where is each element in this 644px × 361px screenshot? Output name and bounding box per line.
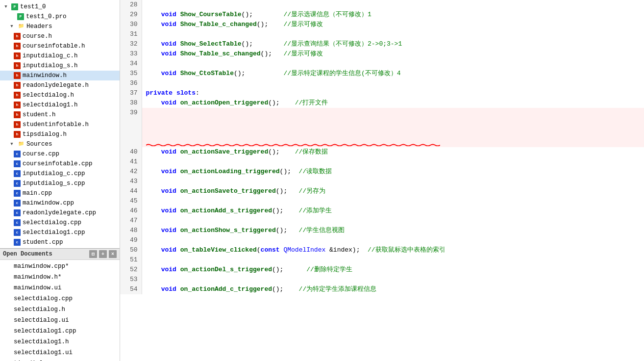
doc-item-selectdialog-h[interactable]: selectdialog.h — [0, 304, 120, 315]
line-number: 42 — [120, 167, 142, 177]
project-root[interactable]: P test1_0 — [0, 2, 120, 12]
line-number: 44 — [120, 186, 142, 196]
sources-arrow — [8, 140, 16, 148]
h-icon: h — [14, 121, 21, 128]
line-number: 54 — [120, 284, 142, 294]
project-icon: P — [11, 3, 18, 10]
open-docs-list: mainwindow.cpp* mainwindow.h* mainwindow… — [0, 260, 120, 361]
line-number: 34 — [120, 59, 142, 69]
open-docs-label: Open Documents — [3, 251, 52, 258]
sidebar: P test1_0 P test1_0.pro 📁 Headers h cour… — [0, 0, 120, 361]
sidebar-item-selectdialog1-h[interactable]: h selectdialog1.h — [0, 100, 120, 110]
sources-group[interactable]: 📁 Sources — [0, 139, 120, 149]
line-number: 49 — [120, 235, 142, 245]
sidebar-item-course-h[interactable]: h course.h — [0, 31, 120, 41]
file-name: tipsdialog.h — [23, 130, 67, 139]
line-content: void on_actionShow_s_triggered(); //学生信息… — [142, 226, 644, 235]
file-name: selectdialog1.h — [23, 101, 78, 109]
line-number: 47 — [120, 216, 142, 226]
line-number: 40 — [120, 147, 142, 157]
line-content — [142, 29, 644, 39]
sidebar-item-main-cpp[interactable]: c main.cpp — [0, 188, 120, 198]
code-line-37: 37 private slots: — [120, 88, 644, 98]
pro-file[interactable]: P test1_0.pro — [0, 12, 120, 22]
sidebar-item-mainwindow-cpp[interactable]: c mainwindow.cpp — [0, 198, 120, 208]
panel-add-icon[interactable]: + — [99, 250, 107, 258]
file-name: inputdialog_s.h — [23, 61, 78, 70]
file-name: course.cpp — [23, 150, 59, 158]
sidebar-item-selectdialog-cpp[interactable]: c selectdialog.cpp — [0, 218, 120, 228]
sidebar-item-studentinfotable-h[interactable]: h studentinfotable.h — [0, 120, 120, 129]
project-arrow — [2, 3, 10, 11]
sidebar-item-inputdialog-c-h[interactable]: h inputdialog_c.h — [0, 51, 120, 61]
line-number: 32 — [120, 39, 142, 49]
h-icon: h — [14, 131, 21, 138]
line-content — [142, 0, 644, 10]
code-line-49: 49 — [120, 235, 644, 245]
cpp-icon: c — [14, 229, 21, 236]
sidebar-item-tipsdialog-h[interactable]: h tipsdialog.h — [0, 129, 120, 139]
code-line-29: 29 void Show_CourseTable(); //显示选课信息（不可修… — [120, 10, 644, 20]
doc-item-selectdialog1-ui[interactable]: selectdialog1.ui — [0, 347, 120, 358]
line-content: void on_actionDel_s_triggered(); //删除特定学… — [142, 265, 644, 275]
sidebar-item-selectdialog1-cpp[interactable]: c selectdialog1.cpp — [0, 228, 120, 237]
line-number: 51 — [120, 255, 142, 265]
h-icon: h — [14, 82, 21, 89]
line-content — [142, 216, 644, 226]
h-icon: h — [14, 111, 21, 118]
file-tree: P test1_0 P test1_0.pro 📁 Headers h cour… — [0, 0, 120, 248]
doc-item-mainwindow-cpp[interactable]: mainwindow.cpp* — [0, 261, 120, 272]
code-line-38: 38 void on_actionOpen_triggered(); //打开文… — [120, 98, 644, 108]
code-line-54: 54 void on_actionAdd_c_triggered(); //为特… — [120, 284, 644, 294]
code-line-30: 30 void Show_Table_c_changed(); //显示可修改 — [120, 20, 644, 29]
cpp-icon: c — [14, 209, 21, 216]
cpp-icon: c — [14, 219, 21, 226]
file-name: inputdialog_c.h — [23, 52, 78, 60]
code-line-35: 35 void Show_CtoSTable(); //显示特定课程的学生信息(… — [120, 69, 644, 78]
doc-item-selectdialog1-cpp[interactable]: selectdialog1.cpp — [0, 326, 120, 336]
sidebar-item-student-cpp[interactable]: c student.cpp — [0, 237, 120, 247]
doc-item-selectdialog1-h[interactable]: selectdialog1.h — [0, 336, 120, 347]
sidebar-item-selectdialog-h[interactable]: h selectdialog.h — [0, 90, 120, 100]
code-line-36: 36 — [120, 78, 644, 88]
code-line-46: 46 void on_actionAdd_s_triggered(); //添加… — [120, 206, 644, 216]
code-editor[interactable]: 28 29 void Show_CourseTable(); //显示选课信息（… — [120, 0, 644, 361]
sidebar-item-course-cpp[interactable]: c course.cpp — [0, 149, 120, 159]
doc-item-selectdialog-ui[interactable]: selectdialog.ui — [0, 315, 120, 326]
code-line-44: 44 void on_actionSaveto_triggered(); //另… — [120, 186, 644, 196]
file-name: student.h — [23, 110, 56, 119]
sidebar-item-inputdialog-s-cpp[interactable]: c inputdialog_s.cpp — [0, 179, 120, 188]
sidebar-item-student-h[interactable]: h student.h — [0, 110, 120, 120]
sidebar-item-courseinfotable-h[interactable]: h courseinfotable.h — [0, 41, 120, 51]
line-content: void on_actionAdd_c_triggered(); //为特定学生… — [142, 284, 644, 294]
code-scroll-area[interactable]: 28 29 void Show_CourseTable(); //显示选课信息（… — [120, 0, 644, 361]
sidebar-item-readonlydelegate-h[interactable]: h readonlydelegate.h — [0, 80, 120, 90]
h-icon: h — [14, 92, 21, 99]
cpp-icon: c — [14, 190, 21, 197]
file-name: selectdialog.h — [23, 91, 74, 100]
file-name: course.h — [23, 32, 52, 41]
file-name: inputdialog_c.cpp — [23, 169, 85, 178]
headers-group[interactable]: 📁 Headers — [0, 22, 120, 31]
line-number: 50 — [120, 245, 142, 255]
sidebar-item-inputdialog-c-cpp[interactable]: c inputdialog_c.cpp — [0, 169, 120, 179]
sidebar-item-courseinfotable-cpp[interactable]: c courseinfotable.cpp — [0, 159, 120, 169]
code-line-42: 42 void on_actionLoading_triggered(); //… — [120, 167, 644, 177]
sidebar-item-mainwindow-h[interactable]: h mainwindow.h — [0, 71, 120, 80]
line-content: void on_actionOpen_triggered(); //打开文件 — [142, 98, 644, 108]
file-name: student.cpp — [23, 238, 63, 247]
panel-layout-icon[interactable]: ⊞ — [89, 250, 97, 258]
sidebar-item-readonlydelegate-cpp[interactable]: c readonlydelegate.cpp — [0, 208, 120, 218]
line-number: 35 — [120, 69, 142, 78]
doc-item-mainwindow-h[interactable]: mainwindow.h* — [0, 272, 120, 283]
sidebar-item-inputdialog-s-h[interactable]: h inputdialog_s.h — [0, 61, 120, 71]
file-name: readonlydelegate.cpp — [23, 208, 96, 217]
doc-item-selectdialog-cpp[interactable]: selectdialog.cpp — [0, 293, 120, 304]
doc-item-tipsdialog-cpp[interactable]: tipsdialog.cpp — [0, 358, 120, 361]
line-content: void Show_CtoSTable(); //显示特定课程的学生信息(不可修… — [142, 69, 644, 78]
panel-close-icon[interactable]: × — [109, 250, 117, 258]
line-number: 38 — [120, 98, 142, 108]
doc-item-mainwindow-ui[interactable]: mainwindow.ui — [0, 283, 120, 293]
pro-icon: P — [17, 13, 24, 20]
line-number: 28 — [120, 0, 142, 10]
